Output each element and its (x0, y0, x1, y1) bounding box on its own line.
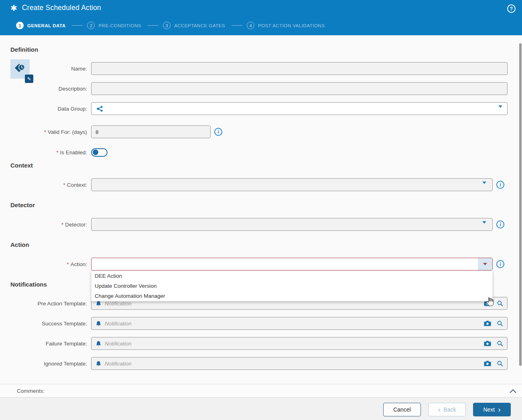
chevron-right-icon: › (498, 406, 500, 413)
edit-icon[interactable]: ✎ (25, 75, 33, 83)
share-icon (96, 105, 103, 112)
chevron-down-icon[interactable] (482, 224, 486, 231)
name-label: Name: (10, 66, 87, 72)
step-label: POST ACTION VALIDATIONS (258, 23, 325, 28)
back-button[interactable]: ‹ Back (428, 403, 466, 416)
valid-for-label: *Valid For: (days) (10, 129, 87, 135)
step-number: 1 (16, 22, 24, 29)
placeholder-text: Notification (105, 361, 507, 367)
info-icon[interactable]: i (496, 260, 504, 268)
action-row: *Action: i (10, 258, 504, 271)
section-notifications: Notifications (10, 281, 47, 288)
search-icon[interactable] (497, 320, 503, 327)
step-general-data[interactable]: 1 GENERAL DATA (16, 22, 65, 29)
help-icon[interactable]: ? (507, 4, 516, 13)
data-group-label: Data Group: (10, 106, 87, 112)
camera-icon[interactable] (484, 341, 491, 346)
description-row: Description: (10, 82, 508, 95)
cancel-button[interactable]: Cancel (383, 403, 421, 416)
step-label: ACCEPTANCE GATES (174, 23, 225, 28)
is-enabled-row: *Is Enabled: (10, 147, 108, 157)
success-template-field[interactable]: Notification (91, 317, 508, 330)
toggle-knob (93, 149, 98, 155)
ignored-template-field[interactable]: Notification (91, 357, 508, 370)
detector-select[interactable] (91, 218, 493, 231)
chevron-down-icon[interactable] (478, 258, 492, 270)
titlebar: ✱ Create Scheduled Action (10, 4, 101, 12)
name-field-wrap (91, 62, 508, 75)
info-icon[interactable]: i (496, 220, 504, 228)
failure-template-label: Failure Template: (10, 341, 87, 347)
step-connector (232, 25, 242, 26)
is-enabled-toggle[interactable] (91, 148, 108, 157)
context-label: *Context: (10, 182, 87, 188)
context-row: *Context: i (10, 178, 504, 191)
form-body: Definition ✎ Name: Description: Data Gro… (0, 35, 522, 420)
valid-for-row: *Valid For: (days) i (10, 125, 222, 138)
page-title: Create Scheduled Action (22, 4, 101, 12)
required-marker: * (56, 149, 58, 155)
section-action: Action (10, 241, 29, 248)
info-icon[interactable]: i (496, 181, 504, 189)
comments-bar[interactable]: Comments: (0, 384, 522, 398)
step-number: 4 (247, 22, 254, 29)
chevron-left-icon: ‹ (438, 406, 440, 413)
valid-for-input[interactable] (91, 126, 210, 138)
context-select[interactable] (91, 178, 493, 191)
camera-icon[interactable] (484, 361, 491, 366)
step-post-action-validations[interactable]: 4 POST ACTION VALIDATIONS (247, 22, 325, 29)
step-acceptance-gates[interactable]: 3 ACCEPTANCE GATES (163, 22, 225, 29)
detector-row: *Detector: i (10, 218, 504, 231)
placeholder-text: Notification (105, 341, 507, 347)
bell-icon (95, 341, 102, 347)
ignored-template-row: Ignored Template: Notification (10, 357, 508, 370)
name-row: Name: (10, 62, 508, 75)
footer: Cancel ‹ Back Next › (0, 398, 522, 420)
step-label: GENERAL DATA (27, 23, 65, 28)
failure-template-field[interactable]: Notification (91, 337, 508, 350)
step-pre-conditions[interactable]: 2 PRE-CONDITIONS (87, 22, 141, 29)
camera-icon[interactable] (484, 301, 491, 306)
chevron-down-icon[interactable] (498, 108, 502, 115)
search-icon[interactable] (497, 340, 503, 347)
next-button[interactable]: Next › (473, 403, 511, 416)
section-context: Context (10, 162, 33, 169)
chevron-up-icon[interactable] (510, 389, 516, 393)
cancel-label: Cancel (393, 406, 411, 413)
dropdown-option-update-controller-version[interactable]: Update Controller Version (91, 281, 492, 291)
vertical-scrollbar[interactable] (519, 43, 522, 366)
search-icon[interactable] (497, 300, 503, 307)
camera-icon[interactable] (484, 321, 491, 326)
next-label: Next (483, 406, 495, 413)
action-label: *Action: (10, 261, 87, 267)
success-template-row: Success Template: Notification (10, 317, 508, 330)
action-select[interactable] (91, 258, 493, 271)
description-input[interactable] (91, 83, 507, 95)
data-group-row: Data Group: (10, 102, 508, 115)
required-marker: * (61, 222, 63, 228)
valid-for-field-wrap (91, 125, 211, 138)
step-connector (148, 25, 158, 26)
step-connector (72, 25, 83, 26)
section-detector: Detector (10, 202, 35, 208)
failure-template-row: Failure Template: Notification (10, 337, 508, 350)
info-icon[interactable]: i (214, 128, 222, 136)
comments-label: Comments: (17, 388, 45, 394)
wizard-steps: 1 GENERAL DATA 2 PRE-CONDITIONS 3 ACCEPT… (16, 22, 325, 29)
chevron-down-icon[interactable] (482, 184, 486, 191)
data-group-select[interactable] (91, 102, 508, 115)
dialog-header: ✱ Create Scheduled Action ? 1 GENERAL DA… (0, 0, 522, 35)
pre-action-template-label: Pre Action Template: (10, 301, 87, 307)
search-icon[interactable] (497, 360, 503, 367)
section-definition: Definition (10, 46, 38, 53)
dropdown-option-change-automation-manager[interactable]: Change Automation Manager (91, 291, 492, 301)
dropdown-option-dee-action[interactable]: DEE Action (91, 271, 492, 281)
back-label: Back (444, 406, 456, 413)
action-dropdown-panel: DEE Action Update Controller Version Cha… (91, 271, 493, 301)
required-marker: * (67, 261, 69, 267)
name-input[interactable] (91, 63, 507, 75)
bell-icon (95, 361, 102, 367)
description-field-wrap (91, 82, 508, 95)
success-template-label: Success Template: (10, 321, 87, 327)
placeholder-text: Notification (105, 321, 507, 327)
